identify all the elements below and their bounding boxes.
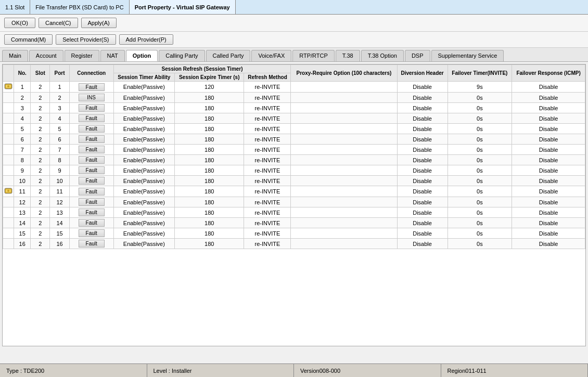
row-session-timer: Enable(Passive) xyxy=(113,228,174,239)
tab-nat[interactable]: NAT xyxy=(100,50,125,61)
row-no: 14 xyxy=(14,218,31,228)
table-row: 10210FaultEnable(Passive)180re-INVITEDis… xyxy=(3,176,585,186)
title-tab-slot[interactable]: 1.1 Slot xyxy=(0,0,30,14)
row-connection: Fault xyxy=(69,155,113,165)
row-connection: Fault xyxy=(69,176,113,186)
row-port: 15 xyxy=(50,228,69,239)
table-container: No. Slot Port Connection Session Refresh… xyxy=(3,64,585,346)
add-provider-button[interactable]: Add Provider(P) xyxy=(119,34,173,45)
row-connection: Fault xyxy=(69,186,113,197)
row-diversion: Disable xyxy=(397,228,448,239)
tab-voice-fax[interactable]: Voice/FAX xyxy=(251,50,291,61)
row-port: 1 xyxy=(50,82,69,93)
row-no: 8 xyxy=(14,155,31,165)
connection-button[interactable]: Fault xyxy=(79,135,105,143)
col-slot-header: Slot xyxy=(31,65,50,82)
apply-button[interactable]: Apply(A) xyxy=(81,18,117,28)
connection-button[interactable]: Fault xyxy=(79,177,105,185)
connection-button[interactable]: Fault xyxy=(79,188,105,196)
row-no: 5 xyxy=(14,124,31,134)
connection-button[interactable]: Fault xyxy=(79,114,105,122)
table-row: 929FaultEnable(Passive)180re-INVITEDisab… xyxy=(3,165,585,176)
row-expire: 180 xyxy=(174,134,244,145)
title-tab-port-property[interactable]: Port Property - Virtual SIP Gateway xyxy=(130,0,236,14)
row-no: 7 xyxy=(14,145,31,155)
row-failover-response: Disable xyxy=(512,239,585,249)
connection-button[interactable]: Fault xyxy=(79,229,105,237)
tab-t38-option[interactable]: T.38 Option xyxy=(361,50,404,61)
row-failover-response: Disable xyxy=(512,186,585,197)
command-button[interactable]: Command(M) xyxy=(4,34,53,45)
row-slot: 2 xyxy=(31,103,50,113)
ok-button[interactable]: OK(O) xyxy=(4,18,35,28)
table-row: 16216FaultEnable(Passive)180re-INVITEDis… xyxy=(3,239,585,249)
tab-calling-party[interactable]: Calling Party xyxy=(159,50,204,61)
row-no: 13 xyxy=(14,207,31,218)
connection-button[interactable]: Fault xyxy=(79,146,105,153)
row-port: 2 xyxy=(50,93,69,103)
row-session-timer: Enable(Passive) xyxy=(113,207,174,218)
tab-t38[interactable]: T.38 xyxy=(336,50,360,61)
row-expire: 180 xyxy=(174,197,244,207)
connection-button[interactable]: Fault xyxy=(79,104,105,112)
title-tab-file-transfer[interactable]: File Transfer PBX (SD Card) to PC xyxy=(30,0,129,14)
row-failover-timer: 0s xyxy=(448,176,512,186)
row-no: 9 xyxy=(14,165,31,176)
connection-button[interactable]: Fault xyxy=(79,219,105,227)
connection-button[interactable]: Fault xyxy=(79,209,105,216)
col-port-header: Port xyxy=(50,65,69,82)
tab-register[interactable]: Register xyxy=(65,50,99,61)
tab-account[interactable]: Account xyxy=(29,50,63,61)
connection-button[interactable]: Fault xyxy=(79,166,105,174)
row-port: 12 xyxy=(50,197,69,207)
toolbar-secondary: Command(M) Select Provider(S) Add Provid… xyxy=(0,32,588,48)
row-slot: 2 xyxy=(31,186,50,197)
row-port: 8 xyxy=(50,155,69,165)
row-diversion: Disable xyxy=(397,113,448,124)
connection-button[interactable]: Fault xyxy=(79,83,105,91)
connection-button[interactable]: Fault xyxy=(79,240,105,248)
row-failover-response: Disable xyxy=(512,176,585,186)
row-connection: INS xyxy=(69,93,113,103)
row-expire: 180 xyxy=(174,186,244,197)
row-port: 5 xyxy=(50,124,69,134)
row-failover-timer: 0s xyxy=(448,239,512,249)
connection-button[interactable]: INS xyxy=(79,94,105,101)
row-connection: Fault xyxy=(69,207,113,218)
cancel-button[interactable]: Cancel(C) xyxy=(39,18,78,28)
tab-rtp-rtcp[interactable]: RTP/RTCP xyxy=(292,50,335,61)
main-content: No. Slot Port Connection Session Refresh… xyxy=(2,64,586,346)
row-diversion: Disable xyxy=(397,82,448,93)
svg-point-2 xyxy=(7,85,9,87)
row-diversion: Disable xyxy=(397,239,448,249)
row-refresh: re-INVITE xyxy=(244,239,291,249)
col-failover-response-header: Failover Response (ICMP) xyxy=(512,65,585,82)
tab-dsp[interactable]: DSP xyxy=(405,50,430,61)
row-session-timer: Enable(Passive) xyxy=(113,124,174,134)
connection-button[interactable]: Fault xyxy=(79,125,105,133)
row-no: 6 xyxy=(14,134,31,145)
col-expire-header: Session Expire Timer (s) xyxy=(174,73,244,82)
select-provider-button[interactable]: Select Provider(S) xyxy=(56,34,116,45)
row-no: 10 xyxy=(14,176,31,186)
row-expire: 180 xyxy=(174,124,244,134)
col-session-timer-header: Session Timer Ability xyxy=(113,73,174,82)
row-connection: Fault xyxy=(69,113,113,124)
row-failover-timer: 0s xyxy=(448,228,512,239)
connection-button[interactable]: Fault xyxy=(79,156,105,164)
row-proxy xyxy=(291,155,397,165)
row-failover-response: Disable xyxy=(512,82,585,93)
table-row: 14214FaultEnable(Passive)180re-INVITEDis… xyxy=(3,218,585,228)
tab-called-party[interactable]: Called Party xyxy=(206,50,251,61)
row-failover-response: Disable xyxy=(512,134,585,145)
connection-button[interactable]: Fault xyxy=(79,198,105,206)
row-failover-timer: 0s xyxy=(448,103,512,113)
row-expire: 180 xyxy=(174,93,244,103)
icon-cell xyxy=(3,186,14,197)
row-refresh: re-INVITE xyxy=(244,197,291,207)
row-expire: 180 xyxy=(174,218,244,228)
tab-main[interactable]: Main xyxy=(2,50,28,61)
status-level: Level : Installer xyxy=(147,364,295,377)
tab-option[interactable]: Option xyxy=(126,50,158,61)
tab-supplementary[interactable]: Supplementary Service xyxy=(431,50,504,61)
